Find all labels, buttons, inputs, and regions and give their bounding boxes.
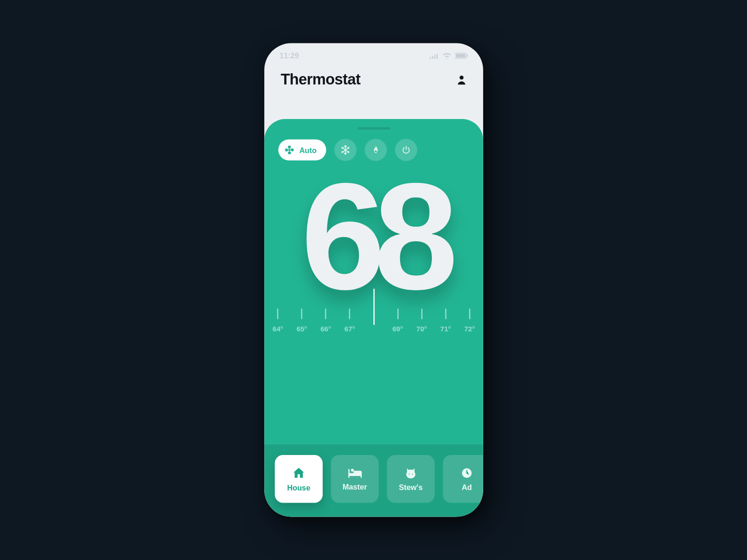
header: Thermostat [264, 60, 483, 98]
svg-rect-3 [436, 53, 437, 58]
status-bar: 11:29 [264, 43, 483, 60]
tick: 67° [339, 308, 359, 333]
svg-rect-2 [434, 55, 435, 59]
cat-icon [404, 466, 417, 479]
tick: 66° [316, 308, 336, 333]
svg-rect-0 [429, 57, 430, 59]
thermostat-card: Auto 68 64° 65° 66° 67° 69° [264, 119, 483, 517]
svg-point-8 [288, 149, 290, 151]
page-title: Thermostat [281, 70, 360, 89]
drag-handle[interactable] [357, 127, 390, 130]
room-house[interactable]: House [275, 455, 323, 503]
profile-icon[interactable] [456, 74, 467, 85]
room-label: House [287, 483, 310, 492]
svg-point-7 [459, 75, 464, 79]
battery-icon [455, 53, 468, 59]
room-stews[interactable]: Stew's [387, 455, 435, 503]
status-icons [429, 53, 468, 59]
svg-rect-6 [466, 55, 468, 57]
tick: 72° [459, 308, 479, 333]
signal-icon [429, 53, 438, 59]
clock-icon [460, 466, 473, 479]
phone-frame: 11:29 Thermostat Auto [264, 43, 483, 517]
rooms-tabbar: House Master Stew's Ad [264, 445, 483, 517]
tick: 64° [268, 308, 288, 333]
home-icon [291, 466, 305, 480]
temperature-scale[interactable]: 64° 65° 66° 67° 69° 70° 71° 72° [264, 308, 483, 373]
room-label: Ad [462, 483, 472, 491]
tick: 65° [291, 308, 311, 333]
wifi-icon [442, 53, 451, 59]
temperature-value: 68 [301, 165, 446, 309]
room-additional[interactable]: Ad [443, 455, 483, 503]
room-label: Master [342, 482, 366, 491]
tick: 69° [388, 308, 408, 333]
scale-needle[interactable] [373, 289, 374, 325]
svg-rect-1 [431, 56, 433, 58]
status-time: 11:29 [279, 51, 299, 60]
fan-icon [284, 145, 295, 155]
room-label: Stew's [399, 483, 423, 491]
tick: 70° [411, 308, 431, 333]
tick: 71° [435, 308, 455, 333]
room-master[interactable]: Master [331, 455, 379, 503]
temperature-display: 68 [264, 165, 483, 309]
bed-icon [347, 467, 362, 479]
svg-rect-5 [456, 54, 465, 58]
